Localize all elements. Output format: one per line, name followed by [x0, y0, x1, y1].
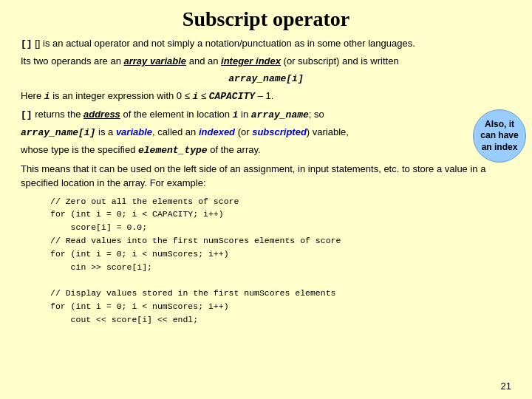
array-name-i-code: array_name[i] — [228, 73, 303, 84]
paragraph-2: Its two operands are an array variable a… — [21, 55, 511, 69]
paragraph-5: array_name[i] is a variable, called an i… — [21, 126, 511, 140]
code-line-7 — [50, 273, 511, 287]
code-line-9: for (int i = 0; i < numScores; i++) — [50, 300, 511, 313]
variable-term: variable — [116, 126, 152, 137]
paragraph-3: Here i is an integer expression with 0 ≤… — [21, 89, 511, 104]
code-line-6: cin >> score[i]; — [50, 261, 511, 274]
array-variable-term: array variable — [123, 55, 186, 66]
slide-title: Subscript operator — [21, 7, 511, 31]
code-line-3: score[i] = 0.0; — [50, 221, 511, 234]
i-var: i — [44, 91, 50, 102]
code-line-10: cout << score[i] << endl; — [50, 313, 511, 327]
slide: Subscript operator [] [] is an actual op… — [0, 0, 532, 399]
paragraph-1: [] [] is an actual operator and not simp… — [21, 37, 511, 52]
array-name-i-inline: array_name[i] — [21, 127, 95, 138]
subscripted-term: subscripted — [252, 126, 307, 137]
address-term: address — [83, 109, 120, 120]
paragraph-7: This means that it can be used on the le… — [21, 163, 511, 191]
page-number: 21 — [501, 381, 511, 392]
integer-index-term: integer index — [221, 55, 281, 66]
paragraph-6: whose type is the specified element_type… — [21, 143, 511, 158]
code-block: // Zero out all the elements of score fo… — [50, 195, 511, 327]
paragraph-4: [] returns the address of the element in… — [21, 108, 511, 123]
element-type-term: element_type — [138, 145, 208, 156]
array-name-i-display: array_name[i] — [21, 72, 511, 86]
array-name-ref: array_name — [251, 109, 309, 120]
code-line-2: for (int i = 0; i < CAPACITY; i++) — [50, 208, 511, 221]
code-line-4: // Read values into the first numScores … — [50, 234, 511, 248]
code-line-1: // Zero out all the elements of score — [50, 195, 511, 208]
code-line-8: // Display values stored in the first nu… — [50, 287, 511, 300]
code-line-5: for (int i = 0; i < numScores; i++) — [50, 248, 511, 261]
indexed-term: indexed — [199, 126, 235, 137]
also-index-bubble: Also, it can have an index — [473, 109, 526, 163]
bracket-operator: [] — [21, 38, 33, 50]
